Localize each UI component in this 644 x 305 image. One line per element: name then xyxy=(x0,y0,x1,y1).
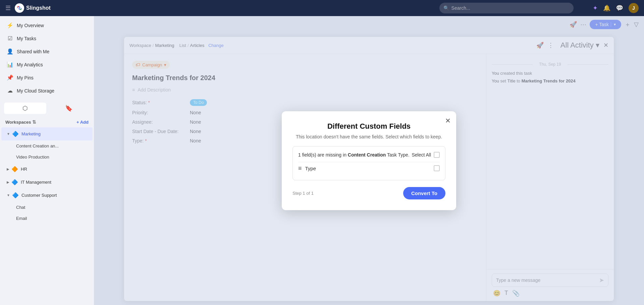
sidebar-tab-bookmarks[interactable]: 🔖 xyxy=(48,103,90,114)
select-all-label: Select All xyxy=(412,152,431,158)
pins-icon: 📌 xyxy=(7,74,13,81)
analytics-icon: 📊 xyxy=(7,61,13,68)
sidebar-item-label: My Cloud Storage xyxy=(17,88,54,94)
sidebar-tab-workspaces[interactable]: ⬡ xyxy=(4,103,46,114)
search-input[interactable] xyxy=(439,3,574,13)
modal-close-button[interactable]: ✕ xyxy=(445,117,451,125)
workspace-name: Customer Support xyxy=(21,193,79,198)
select-all-checkbox[interactable] xyxy=(434,152,440,158)
sidebar: ⚡ My Overview ☑ My Tasks 👤 Shared with M… xyxy=(0,16,94,305)
workspace-icon: 🔷 xyxy=(11,179,18,186)
sidebar-nav: ⚡ My Overview ☑ My Tasks 👤 Shared with M… xyxy=(0,16,94,100)
task-type-suffix: Task Type. xyxy=(387,152,410,158)
sort-icon[interactable]: ⇅ xyxy=(32,119,36,125)
logo-icon xyxy=(15,3,24,13)
workspace-item-it-management[interactable]: ▶ 🔷 IT Management ⋯ xyxy=(1,176,93,189)
sublist-name: Video Production xyxy=(16,155,82,160)
workspace-name: IT Management xyxy=(21,180,79,185)
sidebar-item-my-overview[interactable]: ⚡ My Overview xyxy=(1,19,93,32)
expand-icon: ▼ xyxy=(7,132,10,136)
sidebar-item-label: My Overview xyxy=(17,23,44,28)
app-name: Slingshot xyxy=(26,5,51,11)
workspace-name: HR xyxy=(21,167,79,172)
expand-icon: ▶ xyxy=(7,167,9,171)
search-icon: 🔍 xyxy=(443,5,449,11)
workspace-icon: 🔷 xyxy=(12,192,19,199)
field-type-checkbox[interactable] xyxy=(434,165,440,171)
modal-different-custom-fields: ✕ Different Custom Fields This location … xyxy=(282,111,456,210)
field-type-icon: ≡ xyxy=(298,165,302,172)
shared-icon: 👤 xyxy=(7,48,13,55)
sidebar-item-my-cloud-storage[interactable]: ☁ My Cloud Storage xyxy=(1,84,93,97)
sublist-item-video-production[interactable]: Video Production ⋯ xyxy=(1,151,93,163)
modal-title: Different Custom Fields xyxy=(292,122,445,131)
workspace-item-hr[interactable]: ▶ 🔶 HR ⋯ xyxy=(1,163,93,176)
expand-icon: ▶ xyxy=(7,180,9,184)
sublist-name: Chat xyxy=(16,205,82,210)
svg-point-1 xyxy=(17,6,19,7)
sidebar-item-my-tasks[interactable]: ☑ My Tasks xyxy=(1,32,93,45)
sidebar-item-shared-with-me[interactable]: 👤 Shared with Me xyxy=(1,45,93,58)
topbar: ☰ Slingshot 🔍 ✦ 🔔 💬 J xyxy=(0,0,644,16)
sublist-name: Content Creation an... xyxy=(16,143,82,148)
sublist-item-chat[interactable]: Chat ⋯ xyxy=(1,202,93,213)
sidebar-item-my-analytics[interactable]: 📊 My Analytics xyxy=(1,58,93,71)
search-bar: 🔍 xyxy=(439,3,574,13)
add-workspace-button[interactable]: + Add xyxy=(76,120,89,125)
select-all-row[interactable]: Select All xyxy=(412,152,440,158)
convert-to-button[interactable]: Convert To xyxy=(403,187,445,199)
sidebar-item-label: Shared with Me xyxy=(17,49,49,54)
app-logo[interactable]: Slingshot xyxy=(15,3,51,13)
sublist-name: Email xyxy=(16,216,82,221)
svg-point-2 xyxy=(20,9,21,10)
modal-step-label: Step 1 of 1 xyxy=(292,191,314,196)
bookmarks-tab-icon: 🔖 xyxy=(65,105,72,112)
modal-footer: Step 1 of 1 Convert To xyxy=(292,187,445,199)
sublist-item-content-creation[interactable]: Content Creation an... ⋯ xyxy=(1,140,93,151)
modal-field-row-type: ≡ Type xyxy=(298,162,440,175)
sublist-item-email[interactable]: Email ⋯ xyxy=(1,213,93,224)
modal-fields-header: 1 field(s) are missing in Content Creati… xyxy=(298,152,440,158)
expand-icon: ▼ xyxy=(7,193,10,197)
task-type-bold: Content Creation xyxy=(348,152,386,158)
workspaces-label: Workspaces xyxy=(5,120,31,125)
notifications-icon[interactable]: 🔔 xyxy=(603,4,610,12)
chat-icon[interactable]: 💬 xyxy=(616,4,623,12)
sidebar-item-label: My Analytics xyxy=(17,62,43,67)
my-overview-icon: ⚡ xyxy=(7,22,13,28)
workspace-icon: 🔶 xyxy=(11,166,18,173)
workspace-icon: 🔷 xyxy=(12,131,19,137)
cloud-icon: ☁ xyxy=(7,87,13,94)
sidebar-item-label: My Tasks xyxy=(17,36,36,41)
workspaces-header: Workspaces ⇅ + Add xyxy=(0,117,94,127)
workspace-item-customer-support[interactable]: ▼ 🔷 Customer Support ⋯ xyxy=(1,189,93,202)
field-type-name: Type xyxy=(305,166,430,171)
modal-overlay: ✕ Different Custom Fields This location … xyxy=(94,16,644,305)
workspace-name: Marketing xyxy=(21,131,79,136)
topbar-right: ✦ 🔔 💬 J xyxy=(593,3,639,13)
workspace-item-marketing[interactable]: ▼ 🔷 Marketing ⋯ xyxy=(1,127,93,140)
modal-fields-count-text: 1 field(s) are missing in Content Creati… xyxy=(298,152,410,158)
ai-icon[interactable]: ✦ xyxy=(593,4,598,12)
sidebar-tabs: ⬡ 🔖 xyxy=(0,100,94,117)
modal-subtitle: This location doesn't have the same fiel… xyxy=(292,134,445,139)
menu-icon[interactable]: ☰ xyxy=(5,4,11,12)
sidebar-item-my-pins[interactable]: 📌 My Pins xyxy=(1,71,93,84)
modal-fields-box: 1 field(s) are missing in Content Creati… xyxy=(292,146,445,180)
workspaces-tab-icon: ⬡ xyxy=(22,105,28,112)
my-tasks-icon: ☑ xyxy=(7,35,13,42)
avatar[interactable]: J xyxy=(629,3,639,13)
sidebar-item-label: My Pins xyxy=(17,75,34,80)
